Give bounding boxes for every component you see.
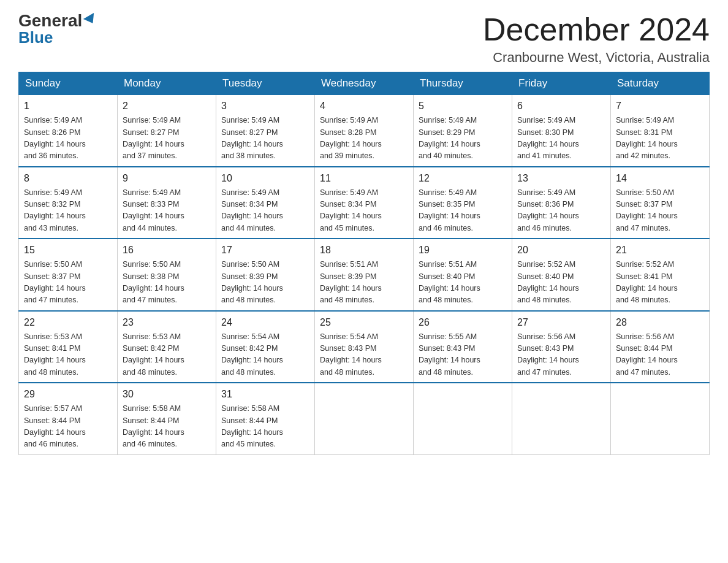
daylight-text: Daylight: 14 hours <box>221 140 283 148</box>
day-number: 28 <box>616 315 704 330</box>
day-info: Sunrise: 5:58 AMSunset: 8:44 PMDaylight:… <box>123 403 211 451</box>
sunset-text: Sunset: 8:28 PM <box>320 128 376 137</box>
column-header-wednesday: Wednesday <box>315 72 414 95</box>
calendar-cell <box>315 383 414 454</box>
calendar-cell: 12Sunrise: 5:49 AMSunset: 8:35 PMDayligh… <box>414 167 512 239</box>
day-number: 31 <box>221 387 309 402</box>
daylight-minutes-text: and 39 minutes. <box>320 151 374 160</box>
sunrise-text: Sunrise: 5:49 AM <box>221 116 279 124</box>
day-info: Sunrise: 5:55 AMSunset: 8:43 PMDaylight:… <box>419 331 507 379</box>
daylight-minutes-text: and 48 minutes. <box>419 296 473 304</box>
sunset-text: Sunset: 8:30 PM <box>517 128 574 137</box>
daylight-minutes-text: and 47 minutes. <box>123 296 177 304</box>
day-number: 14 <box>616 171 704 186</box>
sunrise-text: Sunrise: 5:52 AM <box>517 260 575 269</box>
day-number: 25 <box>320 315 408 330</box>
day-info: Sunrise: 5:49 AMSunset: 8:28 PMDaylight:… <box>320 115 408 163</box>
daylight-minutes-text: and 47 minutes. <box>517 368 572 377</box>
calendar-cell: 10Sunrise: 5:49 AMSunset: 8:34 PMDayligh… <box>216 167 315 239</box>
calendar-cell: 7Sunrise: 5:49 AMSunset: 8:31 PMDaylight… <box>611 95 710 167</box>
calendar-cell: 19Sunrise: 5:51 AMSunset: 8:40 PMDayligh… <box>414 239 512 311</box>
sunrise-text: Sunrise: 5:50 AM <box>221 260 279 269</box>
daylight-text: Daylight: 14 hours <box>616 284 678 293</box>
calendar-cell: 13Sunrise: 5:49 AMSunset: 8:36 PMDayligh… <box>512 167 611 239</box>
day-info: Sunrise: 5:49 AMSunset: 8:29 PMDaylight:… <box>419 115 507 163</box>
sunrise-text: Sunrise: 5:56 AM <box>616 332 674 341</box>
day-number: 17 <box>221 243 309 258</box>
sunrise-text: Sunrise: 5:49 AM <box>419 116 477 124</box>
day-info: Sunrise: 5:51 AMSunset: 8:39 PMDaylight:… <box>320 259 408 307</box>
daylight-text: Daylight: 14 hours <box>123 140 184 148</box>
day-number: 4 <box>320 99 408 113</box>
daylight-text: Daylight: 14 hours <box>616 140 678 148</box>
column-header-saturday: Saturday <box>611 72 710 95</box>
daylight-minutes-text: and 48 minutes. <box>221 296 276 304</box>
day-info: Sunrise: 5:49 AMSunset: 8:35 PMDaylight:… <box>419 187 507 235</box>
sunrise-text: Sunrise: 5:49 AM <box>517 188 575 197</box>
column-header-friday: Friday <box>512 72 611 95</box>
daylight-text: Daylight: 14 hours <box>320 140 382 148</box>
sunrise-text: Sunrise: 5:49 AM <box>123 116 181 124</box>
calendar-cell: 16Sunrise: 5:50 AMSunset: 8:38 PMDayligh… <box>118 239 216 311</box>
daylight-text: Daylight: 14 hours <box>419 140 480 148</box>
day-number: 29 <box>24 387 112 402</box>
daylight-minutes-text: and 48 minutes. <box>24 368 78 377</box>
daylight-text: Daylight: 14 hours <box>517 212 579 220</box>
day-info: Sunrise: 5:54 AMSunset: 8:43 PMDaylight:… <box>320 331 408 379</box>
day-info: Sunrise: 5:49 AMSunset: 8:33 PMDaylight:… <box>123 187 211 235</box>
day-info: Sunrise: 5:50 AMSunset: 8:39 PMDaylight:… <box>221 259 309 307</box>
day-info: Sunrise: 5:50 AMSunset: 8:37 PMDaylight:… <box>616 187 704 235</box>
sunset-text: Sunset: 8:37 PM <box>616 200 672 209</box>
month-year-title: December 2024 <box>483 12 710 47</box>
sunrise-text: Sunrise: 5:50 AM <box>123 260 181 269</box>
sunrise-text: Sunrise: 5:49 AM <box>517 116 575 124</box>
column-header-sunday: Sunday <box>19 72 118 95</box>
calendar-cell: 28Sunrise: 5:56 AMSunset: 8:44 PMDayligh… <box>611 311 710 383</box>
day-number: 23 <box>123 315 211 330</box>
sunset-text: Sunset: 8:43 PM <box>517 344 574 353</box>
calendar-week-row-5: 29Sunrise: 5:57 AMSunset: 8:44 PMDayligh… <box>19 383 710 454</box>
calendar-cell: 24Sunrise: 5:54 AMSunset: 8:42 PMDayligh… <box>216 311 315 383</box>
sunset-text: Sunset: 8:38 PM <box>123 272 179 281</box>
sunrise-text: Sunrise: 5:57 AM <box>24 404 82 413</box>
day-number: 6 <box>517 99 605 113</box>
sunrise-text: Sunrise: 5:58 AM <box>123 404 181 413</box>
calendar-cell: 15Sunrise: 5:50 AMSunset: 8:37 PMDayligh… <box>19 239 118 311</box>
day-info: Sunrise: 5:49 AMSunset: 8:30 PMDaylight:… <box>517 115 605 163</box>
day-number: 2 <box>123 99 211 113</box>
daylight-text: Daylight: 14 hours <box>24 428 86 437</box>
daylight-text: Daylight: 14 hours <box>221 212 283 220</box>
calendar-cell: 31Sunrise: 5:58 AMSunset: 8:44 PMDayligh… <box>216 383 315 454</box>
day-number: 27 <box>517 315 605 330</box>
day-number: 3 <box>221 99 309 113</box>
daylight-text: Daylight: 14 hours <box>221 356 283 364</box>
sunset-text: Sunset: 8:32 PM <box>24 200 80 209</box>
day-info: Sunrise: 5:52 AMSunset: 8:40 PMDaylight:… <box>517 259 605 307</box>
sunrise-text: Sunrise: 5:51 AM <box>419 260 477 269</box>
calendar-table: SundayMondayTuesdayWednesdayThursdayFrid… <box>18 72 710 455</box>
sunrise-text: Sunrise: 5:49 AM <box>419 188 477 197</box>
sunset-text: Sunset: 8:42 PM <box>123 344 179 353</box>
column-header-monday: Monday <box>118 72 216 95</box>
sunset-text: Sunset: 8:37 PM <box>24 272 80 281</box>
sunset-text: Sunset: 8:31 PM <box>616 128 672 137</box>
title-area: December 2024 Cranbourne West, Victoria,… <box>483 12 710 66</box>
sunrise-text: Sunrise: 5:49 AM <box>320 116 378 124</box>
daylight-minutes-text: and 45 minutes. <box>221 440 276 448</box>
calendar-cell: 2Sunrise: 5:49 AMSunset: 8:27 PMDaylight… <box>118 95 216 167</box>
day-number: 21 <box>616 243 704 258</box>
daylight-text: Daylight: 14 hours <box>123 284 184 293</box>
sunrise-text: Sunrise: 5:49 AM <box>221 188 279 197</box>
daylight-text: Daylight: 14 hours <box>320 284 382 293</box>
daylight-text: Daylight: 14 hours <box>24 356 86 364</box>
daylight-minutes-text: and 45 minutes. <box>320 224 374 232</box>
daylight-minutes-text: and 48 minutes. <box>616 296 670 304</box>
sunrise-text: Sunrise: 5:58 AM <box>221 404 279 413</box>
calendar-cell: 5Sunrise: 5:49 AMSunset: 8:29 PMDaylight… <box>414 95 512 167</box>
calendar-cell: 17Sunrise: 5:50 AMSunset: 8:39 PMDayligh… <box>216 239 315 311</box>
sunrise-text: Sunrise: 5:54 AM <box>221 332 279 341</box>
daylight-minutes-text: and 48 minutes. <box>517 296 572 304</box>
sunset-text: Sunset: 8:35 PM <box>419 200 475 209</box>
daylight-text: Daylight: 14 hours <box>123 212 184 220</box>
daylight-minutes-text: and 46 minutes. <box>419 224 473 232</box>
